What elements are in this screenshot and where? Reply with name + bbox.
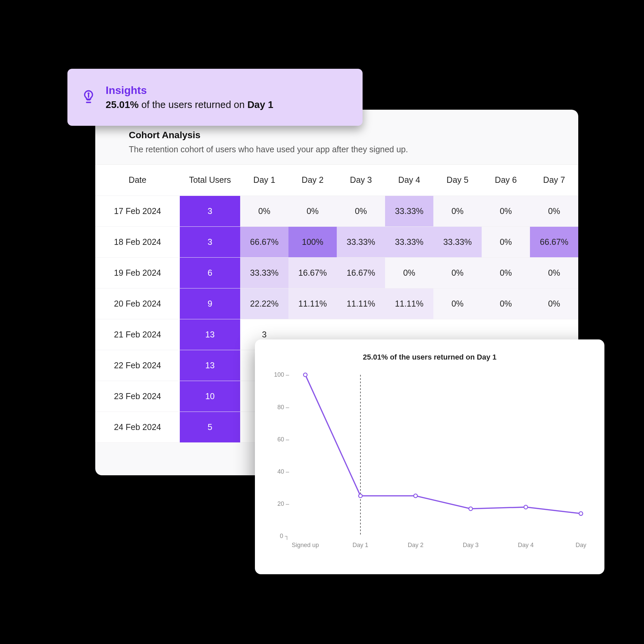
chart-point [414, 494, 417, 498]
cohort-day-cell: 0% [530, 257, 578, 288]
cohort-col-header: Date [95, 165, 180, 196]
cohort-total-cell: 13 [180, 350, 240, 381]
cohort-title: Cohort Analysis [129, 130, 562, 141]
chart-series-line [305, 375, 581, 514]
cohort-date-cell: 24 Feb 2024 [95, 412, 180, 442]
cohort-day-cell: 11.11% [385, 288, 433, 319]
svg-point-1 [88, 93, 89, 94]
table-row: 20 Feb 2024922.22%11.11%11.11%11.11%0%0%… [95, 288, 578, 319]
cohort-date-cell: 22 Feb 2024 [95, 350, 180, 381]
cohort-subtitle: The retention cohort of users who have u… [129, 145, 562, 154]
cohort-col-header: Total Users [180, 165, 240, 196]
cohort-day-cell: 66.67% [530, 226, 578, 257]
x-tick-label: Day 3 [463, 542, 479, 548]
cohort-col-header: Day 4 [385, 165, 433, 196]
chart-title: 25.01% of the users returned on Day 1 [265, 353, 594, 362]
cohort-total-cell: 6 [180, 257, 240, 288]
cohort-day-cell: 0% [482, 257, 530, 288]
cohort-total-cell: 5 [180, 412, 240, 442]
cohort-total-cell: 3 [180, 196, 240, 226]
cohort-date-cell: 19 Feb 2024 [95, 257, 180, 288]
cohort-day-cell: 0% [240, 196, 288, 226]
table-row: 18 Feb 2024366.67%100%33.33%33.33%33.33%… [95, 226, 578, 257]
cohort-col-header: Day 7 [530, 165, 578, 196]
cohort-col-header: Day 1 [240, 165, 288, 196]
cohort-col-header: Day 2 [288, 165, 337, 196]
y-tick-label: 0 ┐ [280, 533, 289, 540]
cohort-day-cell: 0% [482, 196, 530, 226]
x-tick-label: Day [576, 542, 586, 548]
retention-chart-card: 25.01% of the users returned on Day 1 0 … [255, 339, 604, 574]
y-tick-label: 60 – [277, 436, 289, 443]
cohort-total-cell: 10 [180, 381, 240, 412]
cohort-day-cell: 0% [433, 257, 482, 288]
cohort-day-cell: 16.67% [337, 257, 385, 288]
retention-line-chart: 0 ┐20 –40 –60 –80 –100 –Signed upDay 1Da… [265, 368, 594, 556]
chart-point [469, 507, 473, 511]
cohort-day-cell: 33.33% [385, 196, 433, 226]
cohort-header-row: DateTotal UsersDay 1Day 2Day 3Day 4Day 5… [95, 165, 578, 196]
cohort-day-cell: 22.22% [240, 288, 288, 319]
y-tick-label: 80 – [277, 404, 289, 411]
y-tick-label: 20 – [277, 500, 289, 507]
cohort-day-cell: 33.33% [337, 226, 385, 257]
insights-body: 25.01% of the users returned on Day 1 [106, 99, 273, 110]
y-tick-label: 100 – [274, 371, 289, 378]
x-tick-label: Day 4 [518, 542, 534, 548]
insights-mid: of the users returned on [139, 99, 247, 110]
cohort-day-cell: 33.33% [240, 257, 288, 288]
lightbulb-icon [81, 89, 96, 106]
y-tick-label: 40 – [277, 468, 289, 475]
insights-day: Day 1 [247, 99, 273, 110]
cohort-date-cell: 18 Feb 2024 [95, 226, 180, 257]
cohort-date-cell: 17 Feb 2024 [95, 196, 180, 226]
table-row: 17 Feb 202430%0%0%33.33%0%0%0% [95, 196, 578, 226]
cohort-day-cell: 33.33% [385, 226, 433, 257]
chart-point [524, 505, 528, 509]
x-tick-label: Signed up [292, 542, 319, 548]
cohort-day-cell: 0% [385, 257, 433, 288]
cohort-day-cell: 0% [530, 196, 578, 226]
insights-percent: 25.01% [106, 99, 139, 110]
cohort-day-cell: 0% [530, 288, 578, 319]
table-row: 19 Feb 2024633.33%16.67%16.67%0%0%0%0% [95, 257, 578, 288]
x-tick-label: Day 2 [408, 542, 423, 548]
cohort-day-cell: 33.33% [433, 226, 482, 257]
insights-card: Insights 25.01% of the users returned on… [67, 69, 363, 126]
cohort-date-cell: 20 Feb 2024 [95, 288, 180, 319]
chart-point [304, 373, 307, 377]
cohort-day-cell: 11.11% [337, 288, 385, 319]
chart-point [359, 494, 362, 498]
cohort-day-cell: 16.67% [288, 257, 337, 288]
cohort-day-cell: 0% [433, 288, 482, 319]
x-tick-label: Day 1 [353, 542, 368, 548]
cohort-date-cell: 21 Feb 2024 [95, 319, 180, 350]
cohort-col-header: Day 6 [482, 165, 530, 196]
cohort-col-header: Day 5 [433, 165, 482, 196]
cohort-total-cell: 3 [180, 226, 240, 257]
cohort-day-cell: 0% [433, 196, 482, 226]
insights-title: Insights [106, 84, 273, 97]
cohort-day-cell: 11.11% [288, 288, 337, 319]
cohort-col-header: Day 3 [337, 165, 385, 196]
cohort-date-cell: 23 Feb 2024 [95, 381, 180, 412]
cohort-day-cell: 0% [482, 288, 530, 319]
cohort-day-cell: 0% [288, 196, 337, 226]
cohort-day-cell: 0% [337, 196, 385, 226]
cohort-total-cell: 9 [180, 288, 240, 319]
chart-point [579, 512, 583, 516]
cohort-total-cell: 13 [180, 319, 240, 350]
cohort-day-cell: 0% [482, 226, 530, 257]
cohort-day-cell: 100% [288, 226, 337, 257]
cohort-day-cell: 66.67% [240, 226, 288, 257]
